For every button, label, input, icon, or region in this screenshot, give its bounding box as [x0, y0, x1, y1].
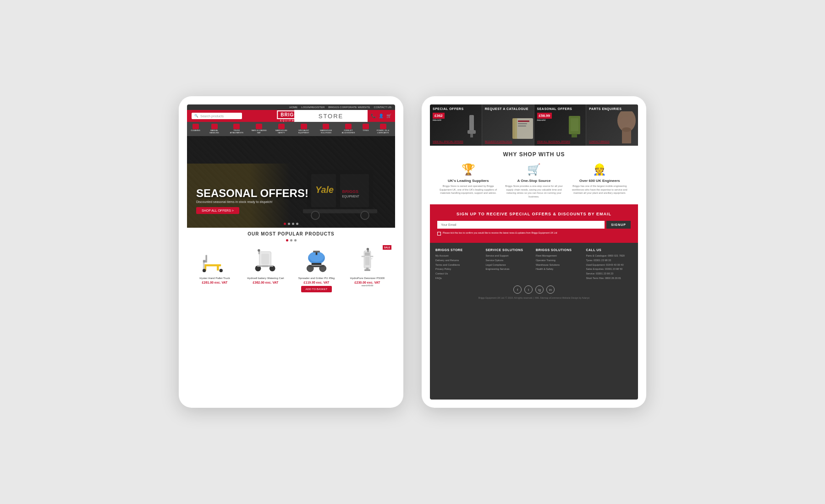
promo-1-price: £362	[433, 113, 445, 119]
promo-3-link[interactable]: VIEW ALL SEASONAL OFFERS	[537, 140, 583, 143]
twitter-icon[interactable]: t	[524, 285, 533, 294]
signup-button[interactable]: SIGNUP	[606, 221, 631, 229]
svg-text:BRIGGS: BRIGGS	[342, 189, 359, 193]
cat-manual-handling[interactable]: MANUAL HANDLING	[206, 124, 223, 134]
svg-point-15	[203, 268, 206, 272]
footer-service-tel[interactable]: Service: 03301 23 98 23	[586, 272, 633, 276]
phone-icon[interactable]: 📞	[371, 114, 376, 118]
search-placeholder: Search products	[200, 115, 224, 118]
promo-3-price: £58.99	[537, 113, 552, 119]
promo-parts[interactable]: PARTS ENQUIRIES CONTACT BRIGGS	[586, 104, 638, 146]
hero-shop-btn[interactable]: SHOP ALL OFFERS >	[196, 207, 239, 214]
spreader-svg	[304, 247, 329, 273]
cat-warehouse-solutions-label: WAREHOUSE SOLUTIONS	[318, 130, 334, 134]
footer-sales-tel[interactable]: Sales Enquiries: 03301 23 98 50	[586, 267, 633, 272]
right-tablet: SPECIAL OFFERS £362 INC VAT VIEW ALL SPE…	[422, 96, 646, 408]
cat-yard-label: YARD & LOADING BAY	[251, 130, 267, 134]
footer-delivery[interactable]: Delivery and Returns	[435, 258, 482, 263]
nav-home[interactable]: HOME	[289, 106, 297, 109]
nav-contact[interactable]: CONTACT US	[374, 106, 391, 109]
cat-warehouse-solutions[interactable]: WAREHOUSE SOLUTIONS	[318, 124, 334, 134]
svg-point-57	[622, 127, 631, 132]
footer-warehouse-sol[interactable]: Warehouse Solutions	[536, 263, 583, 268]
signup-checkbox[interactable]	[437, 232, 441, 236]
svg-rect-37	[364, 269, 370, 271]
footer-terms[interactable]: Terms and Conditions	[435, 263, 482, 268]
svg-point-39	[367, 248, 369, 251]
footer-faqs[interactable]: FAQs	[435, 276, 482, 281]
cart-icon[interactable]: 🛒	[386, 114, 391, 118]
dot-3[interactable]	[292, 223, 294, 225]
products-title: OUR MOST POPULAR PRODUCTS	[191, 231, 391, 236]
footer-privacy[interactable]: Privacy Policy	[435, 267, 482, 272]
footer-used-tel[interactable]: Used Equipment: 01543 43 00 40	[586, 263, 633, 268]
cat-warehouse-safety[interactable]: WAREHOUSE SAFETY	[273, 124, 290, 134]
promo-catalogue[interactable]: REQUEST A CATALOGUE REQUEST A CATALOGUE	[482, 104, 534, 146]
svg-rect-50	[518, 123, 527, 124]
promo-special-offers[interactable]: SPECIAL OFFERS £362 INC VAT VIEW ALL SPE…	[430, 104, 482, 146]
promo-seasonal[interactable]: SEASONAL OFFERS £58.99 INC VAT VIEW ALL …	[534, 104, 587, 146]
promo-2-img	[510, 116, 533, 141]
cleaning-icon	[192, 124, 199, 129]
signup-checkbox-area: Please tick this box to confirm you woul…	[437, 231, 631, 236]
footer-engineering[interactable]: Engineering Services	[486, 267, 533, 272]
products-dots	[191, 239, 391, 241]
product-2-img	[248, 245, 284, 275]
footer-parts-tel[interactable]: Parts & Catalogue: 0800 021 7820	[586, 254, 633, 258]
cat-forklift-label: FORKLIFT ACCESSORIES	[340, 130, 357, 134]
cat-specialist[interactable]: SPECIALIST EQUIPMENT	[296, 124, 312, 134]
copyright-text: Briggs Equipment UK Ltd. © 2019. All rig…	[435, 296, 632, 300]
cat-tyres[interactable]: TYRES	[363, 124, 369, 134]
cat-yard[interactable]: YARD & LOADING BAY	[251, 124, 267, 134]
svg-rect-51	[518, 126, 526, 126]
add-to-basket-btn[interactable]: ADD TO BASKET	[301, 286, 332, 292]
footer-my-account[interactable]: My Account	[435, 254, 482, 258]
promo-1-title: SPECIAL OFFERS	[433, 107, 479, 111]
why-3-subtitle: Over 600 UK Engineers	[579, 179, 620, 183]
dot-1[interactable]	[284, 223, 286, 225]
products-dot-1[interactable]	[286, 239, 288, 241]
linkedin-icon[interactable]: in	[546, 285, 555, 294]
footer-legal[interactable]: Legal Compliance	[486, 263, 533, 268]
cat-forklift[interactable]: FORKLIFT ACCESSORIES	[340, 124, 357, 134]
footer-health[interactable]: Health & Safety	[536, 267, 583, 272]
nav-corporate[interactable]: BRIGGS CORPORATE WEBSITE	[328, 106, 370, 109]
products-dot-3[interactable]	[294, 239, 297, 241]
facebook-icon[interactable]: f	[513, 285, 522, 294]
email-input[interactable]	[437, 221, 605, 229]
search-bar[interactable]: 🔍 Search products	[192, 113, 242, 119]
footer-contact[interactable]: Contact Us	[435, 272, 482, 276]
promo-4-link[interactable]: CONTACT BRIGGS	[589, 140, 635, 143]
svg-rect-43	[469, 115, 474, 131]
cat-truck[interactable]: TRUCK ATTACHMENTS	[228, 124, 245, 134]
promo-2-link[interactable]: REQUEST A CATALOGUE	[485, 140, 531, 143]
footer-service-options[interactable]: Service Options	[486, 258, 533, 263]
product-4-name: HydroPure Deionizer PS300	[350, 277, 385, 280]
footer-solutions-title: BRIGGS SOLUTIONS	[536, 248, 583, 252]
footer-service-support[interactable]: Service and Support	[486, 254, 533, 258]
footer-service-title: SERVICE SOLUTIONS	[486, 248, 533, 252]
svg-rect-54	[572, 134, 577, 137]
products-dot-2[interactable]	[290, 239, 292, 241]
footer-operator[interactable]: Operator Training	[536, 258, 583, 263]
hero-subtitle: Discounted seasonal items in stock ready…	[196, 200, 308, 203]
tablets-container: HOME LOGIN/REGISTER BRIGGS CORPORATE WEB…	[179, 96, 646, 408]
footer-tyres-tel[interactable]: Tyres: 03301 23 98 33	[586, 258, 633, 263]
nav-login[interactable]: LOGIN/REGISTER	[301, 106, 324, 109]
svg-rect-32	[313, 251, 320, 252]
deionizer-svg	[355, 247, 380, 273]
dot-2[interactable]	[288, 223, 290, 225]
product-1-name: Hyster Hand Pallet Truck	[199, 277, 230, 280]
svg-rect-22	[257, 265, 273, 267]
why-item-3: 👷 Over 600 UK Engineers Briggs has one o…	[567, 163, 632, 199]
user-icon[interactable]: 👤	[379, 114, 384, 118]
footer-hire-tel[interactable]: Short Term Hire: 0800 26 26 81	[586, 276, 633, 281]
product-2-price: £362.00 exc. VAT	[253, 281, 279, 284]
cat-power[interactable]: POWER, OIL & LUBRICANTS	[375, 124, 391, 134]
dot-4[interactable]	[296, 223, 298, 225]
promo-1-link[interactable]: VIEW ALL SPECIAL OFFERS	[433, 140, 479, 143]
footer-fleet[interactable]: Fleet Management	[536, 254, 583, 258]
instagram-icon[interactable]: ig	[535, 285, 544, 294]
cat-cleaning[interactable]: CLEANING	[191, 124, 200, 134]
cat-specialist-label: SPECIALIST EQUIPMENT	[296, 130, 312, 134]
